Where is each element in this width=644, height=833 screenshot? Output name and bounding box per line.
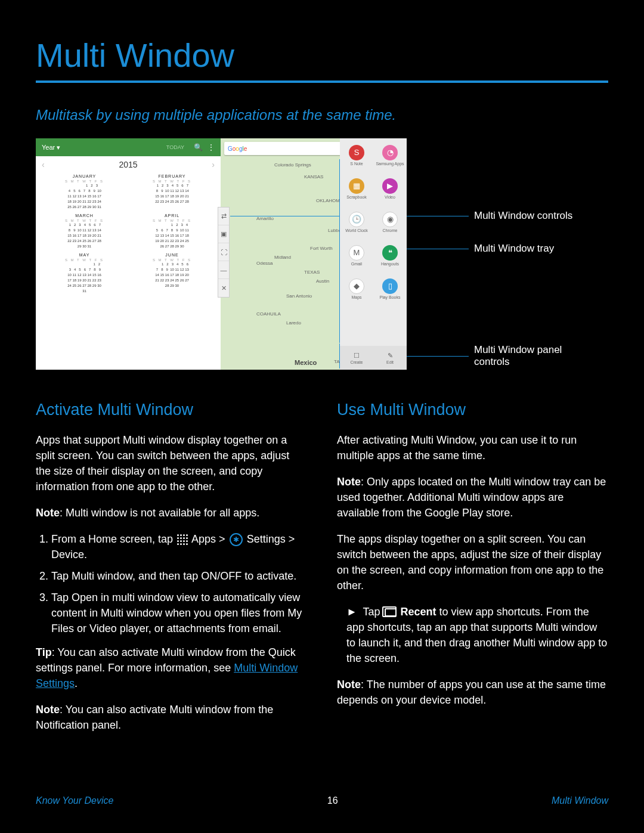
- screenshot-figure: Year ▾ TODAY 🔍 ⋮ ‹ 2015 › JANUARYS M T W…: [36, 138, 608, 377]
- gear-icon: ✱: [230, 533, 243, 546]
- footer-right: Multi Window: [552, 795, 608, 806]
- callout-line-tray: [405, 249, 469, 249]
- title-divider: [36, 80, 608, 83]
- map-label: Colorado Springs: [274, 162, 311, 168]
- use-intro: After activating Multi Window, you can u…: [337, 432, 608, 463]
- map-label: Fort Worth: [310, 246, 333, 251]
- use-heading: Use Multi Window: [337, 401, 608, 419]
- google-logo: Google: [228, 145, 247, 152]
- map-country-label: Mexico: [295, 359, 317, 366]
- close-icon[interactable]: ✕: [218, 279, 229, 297]
- page-title: Multi Window: [36, 36, 608, 75]
- calendar-month: APRILS M T W T F S 1 2 3 4 5 6 7 8 9 10 …: [129, 213, 215, 249]
- tray-app[interactable]: ▦Scrapbook: [340, 172, 373, 205]
- activate-intro: Apps that support Multi window display t…: [36, 432, 307, 494]
- multiwindow-control-tray[interactable]: ⇄ ▣ ⛶ — ✕: [218, 207, 230, 298]
- use-note2: Note: The number of apps you can use at …: [337, 677, 608, 708]
- map-label: Laredo: [286, 320, 301, 326]
- use-note1: Note: Only apps located on the Multi win…: [337, 474, 608, 521]
- apps-icon: [177, 534, 188, 545]
- use-body2: The apps display together on a split scr…: [337, 531, 608, 593]
- multiwindow-panel-controls[interactable]: ☐Create✎Edit: [340, 346, 407, 370]
- map-label: Amarillo: [256, 216, 274, 221]
- tray-app[interactable]: SS Note: [340, 138, 373, 172]
- activate-note1: Note: Multi window is not available for …: [36, 505, 307, 521]
- map-label: KANSAS: [304, 174, 323, 179]
- tray-app[interactable]: ❝Hangouts: [373, 239, 407, 272]
- calendar-year-dropdown[interactable]: Year ▾: [42, 144, 166, 151]
- minimize-icon[interactable]: —: [218, 261, 229, 279]
- calendar-month: JUNES M T W T F S 1 2 3 4 5 6 7 8 9 10 1…: [129, 253, 215, 294]
- multiwindow-app-tray[interactable]: SS Note◔Samsung Apps▦Scrapbook▶Video🕒Wor…: [340, 138, 407, 370]
- calendar-month: FEBRUARYS M T W T F S 1 2 3 4 5 6 7 8 9 …: [129, 174, 215, 210]
- calendar-month: JANUARYS M T W T F S 1 2 3 4 5 6 7 8 9 1…: [42, 174, 127, 210]
- left-column: Activate Multi Window Apps that support …: [36, 401, 307, 744]
- map-label: Midland: [274, 255, 291, 260]
- activate-step-1: From a Home screen, tap Apps > ✱ Setting…: [51, 531, 307, 562]
- calendar-header: Year ▾ TODAY 🔍 ⋮: [36, 138, 221, 156]
- tray-app[interactable]: ▶Video: [373, 172, 407, 205]
- chevron-left-icon[interactable]: ‹: [42, 160, 119, 169]
- tray-app[interactable]: MGmail: [340, 239, 373, 272]
- panel-control[interactable]: ☐Create: [340, 346, 373, 370]
- tray-app[interactable]: ◆Maps: [340, 272, 373, 305]
- tray-app[interactable]: ◉Chrome: [373, 205, 407, 239]
- footer-page-number: 16: [327, 795, 338, 806]
- activate-step-2: Tap Multi window, and then tap ON/OFF to…: [51, 568, 307, 584]
- calendar-pane: Year ▾ TODAY 🔍 ⋮ ‹ 2015 › JANUARYS M T W…: [36, 138, 221, 370]
- calendar-year-nav: ‹ 2015 ›: [36, 156, 221, 173]
- activate-step-3: Tap Open in multi window view to automat…: [51, 590, 307, 636]
- activate-steps: From a Home screen, tap Apps > ✱ Setting…: [36, 531, 307, 636]
- calendar-month: MARCHS M T W T F S 1 2 3 4 5 6 7 8 9 10 …: [42, 213, 127, 249]
- switch-windows-icon[interactable]: ⇄: [218, 208, 229, 225]
- tray-app[interactable]: 🕒World Clock: [340, 205, 373, 239]
- recent-icon: [385, 608, 397, 617]
- device-screenshot: Year ▾ TODAY 🔍 ⋮ ‹ 2015 › JANUARYS M T W…: [36, 138, 405, 370]
- right-column: Use Multi Window After activating Multi …: [337, 401, 608, 744]
- use-bullet: ► Tap Recent to view app shortcuts. From…: [337, 604, 608, 666]
- calendar-today-btn[interactable]: TODAY: [166, 144, 184, 150]
- map-label: San Antonio: [286, 293, 312, 299]
- page-footer: Know Your Device 16 Multi Window: [36, 795, 608, 806]
- expand-icon[interactable]: ⛶: [218, 243, 229, 261]
- calendar-months-grid: JANUARYS M T W T F S 1 2 3 4 5 6 7 8 9 1…: [36, 173, 221, 295]
- map-label: Odessa: [256, 261, 273, 266]
- search-icon[interactable]: 🔍: [194, 143, 203, 151]
- overflow-icon[interactable]: ⋮: [208, 143, 215, 151]
- callout-line-panel: [405, 356, 469, 357]
- tray-app[interactable]: ▯Play Books: [373, 272, 407, 305]
- activate-heading: Activate Multi Window: [36, 401, 307, 419]
- footer-left: Know Your Device: [36, 795, 113, 806]
- callout-label-controls: Multi Window controls: [474, 210, 572, 222]
- calendar-month: MAYS M T W T F S 1 2 3 4 5 6 7 8 9 10 11…: [42, 253, 127, 294]
- tray-app[interactable]: ◔Samsung Apps: [373, 138, 407, 172]
- map-label: Austin: [316, 278, 329, 284]
- content-to-other-icon[interactable]: ▣: [218, 225, 229, 243]
- calendar-year: 2015: [119, 160, 137, 169]
- activate-tip: Tip: You can also activate Multi window …: [36, 645, 307, 691]
- page-subtitle: Multitask by using multiple applications…: [36, 107, 608, 123]
- activate-note2: Note: You can also activate Multi window…: [36, 702, 307, 733]
- callout-label-panel: Multi Window panel controls: [474, 344, 587, 368]
- map-label: TEXAS: [304, 270, 320, 275]
- callout-label-tray: Multi Window tray: [474, 243, 554, 255]
- map-label: COAHUILA: [256, 311, 281, 317]
- chevron-right-icon[interactable]: ›: [138, 160, 215, 169]
- panel-control[interactable]: ✎Edit: [373, 346, 407, 370]
